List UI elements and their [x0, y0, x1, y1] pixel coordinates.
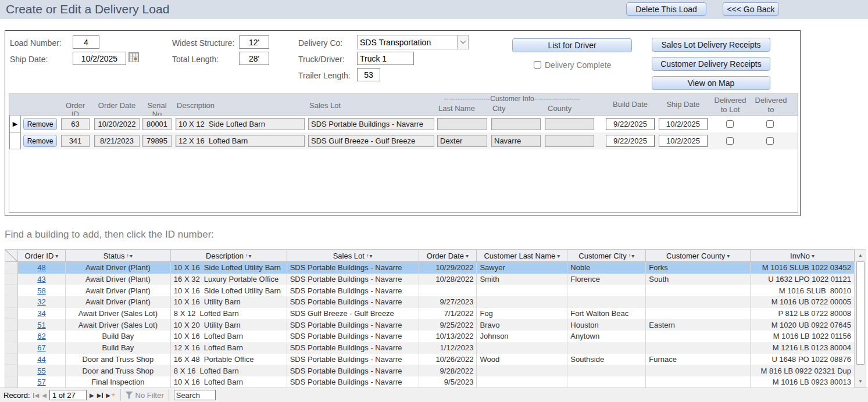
county-field[interactable] — [545, 118, 594, 130]
trailer-length-field[interactable]: 53 — [357, 68, 380, 81]
next-record-icon[interactable]: ▶ — [90, 392, 94, 399]
cell-status: Await Driver (Plant) — [66, 296, 171, 308]
filter-dropdown-icon[interactable]: ▾ — [466, 253, 469, 259]
scrollbar-thumb[interactable] — [856, 261, 865, 365]
record-selector[interactable]: ▶ — [9, 116, 21, 132]
delivered-to-lot-checkbox[interactable] — [726, 120, 734, 128]
column-header-customer-last-name[interactable]: Customer Last Name▾ — [477, 250, 567, 262]
serial-no-field[interactable]: 80001 — [142, 118, 172, 130]
column-header-customer-county[interactable]: Customer County▾ — [646, 250, 751, 262]
filter-dropdown-icon[interactable]: ▾ — [130, 253, 133, 259]
order-id-link[interactable]: 48 — [37, 263, 45, 272]
record-position-field[interactable]: 1 of 27 — [49, 390, 87, 400]
delivery-complete-checkbox[interactable] — [534, 61, 541, 69]
city-field[interactable]: Navarre — [491, 135, 541, 147]
new-record-icon[interactable]: ▶✳ — [106, 392, 115, 399]
order-id-link[interactable]: 34 — [37, 309, 45, 318]
row-selector[interactable] — [5, 274, 18, 285]
order-id-link[interactable]: 55 — [37, 367, 45, 375]
order-id-link[interactable]: 51 — [37, 321, 45, 329]
calendar-icon[interactable] — [128, 52, 139, 62]
ship-date-field[interactable]: 10/2/2025 — [659, 135, 708, 147]
ship-date-field[interactable]: 10/2/2025 — [73, 52, 126, 65]
record-selector[interactable] — [9, 132, 21, 149]
column-header-description[interactable]: Description↑▾ — [171, 250, 287, 262]
delivered-to-lot-checkbox[interactable] — [726, 137, 734, 145]
build-date-field[interactable]: 9/22/2025 — [606, 118, 655, 130]
order-id-link[interactable]: 44 — [37, 355, 45, 364]
city-field[interactable] — [491, 118, 541, 130]
filter-dropdown-icon[interactable]: ▾ — [557, 253, 560, 259]
vertical-scrollbar[interactable]: ▲ ▼ — [855, 249, 866, 387]
chevron-down-icon[interactable] — [457, 35, 468, 49]
filter-dropdown-icon[interactable]: ▾ — [631, 253, 634, 259]
filter-dropdown-icon[interactable]: ▾ — [812, 253, 815, 259]
row-selector[interactable] — [5, 262, 18, 274]
order-id-link[interactable]: 62 — [37, 332, 45, 340]
remove-button[interactable]: Remove — [23, 118, 57, 130]
total-length-field[interactable]: 28' — [239, 52, 269, 65]
column-header-status[interactable]: Status↑▾ — [66, 250, 171, 262]
column-header-invno[interactable]: InvNo▾ — [751, 250, 855, 262]
order-id-link[interactable]: 32 — [37, 297, 45, 306]
delivery-co-combobox[interactable]: SDS Transportation — [357, 35, 469, 49]
order-id-link[interactable]: 67 — [37, 343, 45, 352]
ship-date-field[interactable]: 10/2/2025 — [659, 118, 708, 130]
row-selector[interactable] — [5, 319, 18, 331]
column-header-order-id[interactable]: Order ID▾ — [18, 250, 66, 262]
order-id-link[interactable]: 58 — [37, 286, 45, 295]
sales-lot-field[interactable]: SDS Gulf Breeze - Gulf Breeze — [308, 135, 434, 147]
remove-button[interactable]: Remove — [23, 135, 57, 147]
row-selector[interactable] — [5, 331, 18, 342]
row-selector[interactable] — [5, 376, 18, 388]
column-header-order-date[interactable]: Order Date▾ — [419, 250, 477, 262]
go-back-button[interactable]: <<< Go Back — [723, 2, 779, 16]
last-name-field[interactable] — [437, 118, 487, 130]
description-field[interactable]: 12 X 16 Lofted Barn — [176, 135, 305, 147]
row-selector[interactable] — [5, 285, 18, 296]
delete-this-load-button[interactable]: Delete This Load — [626, 2, 706, 16]
customer-delivery-receipts-button[interactable]: Customer Delivery Receipts — [652, 57, 770, 71]
delivered-to-customer-checkbox[interactable] — [766, 120, 774, 128]
delivered-to-customer-checkbox[interactable] — [766, 137, 774, 145]
search-input[interactable] — [174, 390, 216, 400]
truck-driver-field[interactable]: Truck 1 — [357, 52, 414, 65]
last-name-field[interactable]: Dexter — [437, 135, 487, 147]
previous-record-icon[interactable]: ◀ — [42, 392, 47, 399]
row-selector[interactable] — [5, 308, 18, 320]
serial-no-field[interactable]: 79895 — [142, 135, 172, 147]
scroll-up-icon[interactable]: ▲ — [856, 250, 865, 260]
row-selector[interactable] — [5, 296, 18, 308]
sales-lot-delivery-receipts-button[interactable]: Sales Lot Delivery Receipts — [652, 38, 770, 52]
filter-dropdown-icon[interactable]: ▾ — [55, 253, 58, 259]
order-id-link[interactable]: 43 — [37, 275, 45, 283]
order-id-link[interactable]: 57 — [37, 378, 45, 386]
row-selector[interactable] — [5, 365, 18, 376]
order-id-field[interactable]: 341 — [61, 135, 90, 147]
county-field[interactable] — [545, 135, 594, 147]
filter-dropdown-icon[interactable]: ▾ — [369, 253, 372, 259]
widest-structure-field[interactable]: 12' — [239, 35, 269, 49]
filter-dropdown-icon[interactable]: ▾ — [248, 253, 251, 259]
description-field[interactable]: 10 X 12 Side Lofted Barn — [176, 118, 305, 130]
column-header-customer-city[interactable]: Customer City↑▾ — [567, 250, 646, 262]
order-date-field[interactable]: 10/20/2022 — [94, 118, 140, 130]
build-date-field[interactable]: 9/22/2025 — [606, 135, 655, 147]
order-date-field[interactable]: 8/21/2023 — [94, 135, 140, 147]
column-header-sales-lot[interactable]: Sales Lot↑▾ — [287, 250, 419, 262]
last-record-icon[interactable]: ▶ — [97, 392, 103, 399]
view-on-map-button[interactable]: View on Map — [652, 76, 770, 90]
delivery-co-label: Delivery Co: — [298, 38, 342, 48]
datasheet-corner-selector[interactable] — [5, 250, 18, 262]
filter-dropdown-icon[interactable]: ▾ — [727, 253, 730, 259]
load-number-field[interactable]: 4 — [73, 35, 99, 49]
row-selector[interactable] — [5, 354, 18, 365]
list-for-driver-button[interactable]: List for Driver — [512, 38, 632, 52]
cell-customer-county — [646, 365, 751, 376]
order-id-field[interactable]: 63 — [61, 118, 90, 130]
no-filter-toggle[interactable]: No Filter — [126, 391, 164, 400]
first-record-icon[interactable]: ◀ — [33, 392, 40, 399]
scroll-down-icon[interactable]: ▼ — [856, 376, 865, 386]
row-selector[interactable] — [5, 342, 18, 354]
sales-lot-field[interactable]: SDS Portable Buildings - Navarre — [308, 118, 434, 130]
